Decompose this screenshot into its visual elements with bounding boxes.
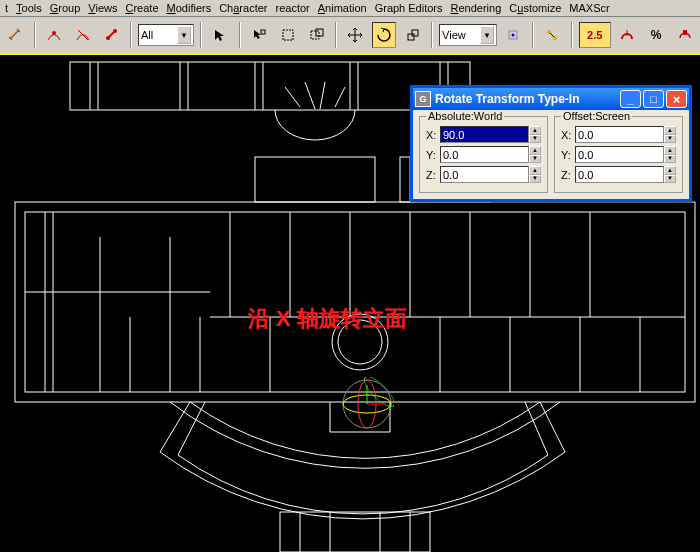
spinner-buttons[interactable]: ▲▼	[529, 146, 541, 163]
x-label: X:	[426, 129, 440, 141]
y-label: Y:	[426, 149, 440, 161]
absolute-x-spinner[interactable]: ▲▼	[440, 126, 541, 143]
svg-rect-16	[683, 30, 687, 35]
svg-rect-9	[412, 30, 418, 36]
dialog-title: Rotate Transform Type-In	[435, 92, 618, 106]
dialog-titlebar[interactable]: G Rotate Transform Type-In _ □ ×	[413, 88, 689, 110]
svg-rect-62	[255, 157, 375, 202]
z-label: Z:	[561, 169, 575, 181]
svg-rect-32	[15, 202, 695, 402]
absolute-y-input[interactable]	[440, 146, 529, 163]
spinner-buttons[interactable]: ▲▼	[529, 166, 541, 183]
rotate-transform-dialog: G Rotate Transform Type-In _ □ × Absolut…	[410, 85, 692, 202]
use-pivot-center-icon[interactable]	[501, 22, 526, 48]
menu-create[interactable]: Create	[123, 1, 162, 15]
svg-rect-5	[283, 30, 293, 40]
move-icon[interactable]	[343, 22, 368, 48]
svg-point-3	[113, 29, 117, 33]
svg-rect-4	[261, 30, 265, 34]
dropdown-arrow-icon: ▼	[177, 26, 191, 44]
rect-select-region-icon[interactable]	[275, 22, 300, 48]
menu-rendering[interactable]: Rendering	[448, 1, 505, 15]
svg-line-65	[160, 402, 190, 452]
overlay-annotation: 沿 X 轴旋转立面	[248, 304, 407, 334]
angle-snap-icon[interactable]: 2.5	[579, 22, 611, 48]
offset-group-label: Offset:Screen	[561, 110, 632, 122]
rotate-gizmo[interactable]	[340, 377, 394, 431]
offset-z-row: Z: ▲▼	[561, 166, 676, 183]
svg-rect-69	[280, 512, 430, 552]
menu-group[interactable]: Group	[47, 1, 84, 15]
unlink-icon[interactable]	[3, 22, 28, 48]
maximize-button[interactable]: □	[643, 90, 664, 108]
offset-y-spinner[interactable]: ▲▼	[575, 146, 676, 163]
svg-line-28	[285, 87, 300, 107]
select-by-name-icon[interactable]	[247, 22, 272, 48]
menu-reactor[interactable]: reactor	[272, 1, 312, 15]
snap-toggle-icon[interactable]	[615, 22, 640, 48]
absolute-x-input[interactable]	[440, 126, 529, 143]
svg-line-29	[305, 82, 315, 109]
svg-point-0	[52, 31, 56, 35]
percent-snap-icon[interactable]: %	[644, 22, 669, 48]
offset-y-row: Y: ▲▼	[561, 146, 676, 163]
offset-z-input[interactable]	[575, 166, 664, 183]
svg-rect-8	[408, 34, 414, 40]
selection-filter-dropdown[interactable]: All ▼	[138, 24, 194, 46]
menu-character[interactable]: Character	[216, 1, 270, 15]
dropdown-arrow-icon: ▼	[480, 26, 494, 44]
offset-x-input[interactable]	[575, 126, 664, 143]
z-label: Z:	[426, 169, 440, 181]
offset-z-spinner[interactable]: ▲▼	[575, 166, 676, 183]
spinner-snap-icon[interactable]	[672, 22, 697, 48]
menu-tools[interactable]: Tools	[13, 1, 45, 15]
offset-x-row: X: ▲▼	[561, 126, 676, 143]
menu-animation[interactable]: Animation	[315, 1, 370, 15]
absolute-z-spinner[interactable]: ▲▼	[440, 166, 541, 183]
svg-point-11	[512, 34, 515, 37]
absolute-z-input[interactable]	[440, 166, 529, 183]
separator	[34, 22, 36, 48]
ref-coord-value: View	[442, 29, 466, 41]
absolute-y-spinner[interactable]: ▲▼	[440, 146, 541, 163]
menu-maxscript[interactable]: MAXScr	[566, 1, 612, 15]
separator	[532, 22, 534, 48]
svg-rect-33	[25, 212, 685, 392]
absolute-world-group: Absolute:World X: ▲▼ Y: ▲▼ Z: ▲▼	[419, 116, 548, 193]
offset-x-spinner[interactable]: ▲▼	[575, 126, 676, 143]
svg-line-14	[550, 33, 554, 37]
offset-y-input[interactable]	[575, 146, 664, 163]
ref-coord-dropdown[interactable]: View ▼	[439, 24, 497, 46]
absolute-y-row: Y: ▲▼	[426, 146, 541, 163]
unbind-icon[interactable]	[70, 22, 95, 48]
app-icon: G	[415, 91, 431, 107]
y-label: Y:	[561, 149, 575, 161]
manipulate-icon[interactable]	[540, 22, 565, 48]
menu-customize[interactable]: Customize	[506, 1, 564, 15]
spinner-buttons[interactable]: ▲▼	[664, 146, 676, 163]
scale-icon[interactable]	[400, 22, 425, 48]
spinner-buttons[interactable]: ▲▼	[529, 126, 541, 143]
svg-rect-6	[311, 31, 319, 39]
separator	[335, 22, 337, 48]
x-label: X:	[561, 129, 575, 141]
menu-edit-partial[interactable]: t	[2, 1, 11, 15]
close-button[interactable]: ×	[666, 90, 687, 108]
absolute-z-row: Z: ▲▼	[426, 166, 541, 183]
select-object-icon[interactable]	[208, 22, 233, 48]
svg-line-66	[178, 402, 205, 455]
spinner-buttons[interactable]: ▲▼	[664, 166, 676, 183]
menu-modifiers[interactable]: Modifiers	[164, 1, 215, 15]
minimize-button[interactable]: _	[620, 90, 641, 108]
offset-screen-group: Offset:Screen X: ▲▼ Y: ▲▼ Z: ▲▼	[554, 116, 683, 193]
link-icon[interactable]	[99, 22, 124, 48]
window-crossing-icon[interactable]	[304, 22, 329, 48]
bind-space-warp-icon[interactable]	[42, 22, 67, 48]
menu-bar: t Tools Group Views Create Modifiers Cha…	[0, 0, 700, 17]
menu-views[interactable]: Views	[85, 1, 120, 15]
separator	[571, 22, 573, 48]
rotate-icon[interactable]	[372, 22, 397, 48]
menu-graph-editors[interactable]: Graph Editors	[372, 1, 446, 15]
spinner-buttons[interactable]: ▲▼	[664, 126, 676, 143]
svg-line-31	[335, 87, 345, 107]
